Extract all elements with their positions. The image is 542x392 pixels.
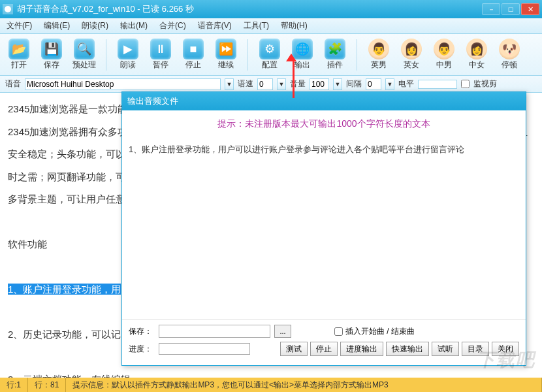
monitor-label: 监视剪 [473,78,497,90]
status-row: 行:1 [0,378,28,392]
svg-point-1 [5,6,11,12]
dropdown-icon[interactable]: ▼ [225,78,234,90]
menubar: 文件(F) 编辑(E) 朗读(R) 输出(M) 合并(C) 语音库(V) 工具(… [0,18,542,34]
face-icon: 👨 [434,39,454,59]
dropdown-icon[interactable]: ▼ [385,78,394,90]
menu-read[interactable]: 朗读(R) [82,20,108,31]
status-message: 提示信息：默认以插件方式静默输出MP3，您也可以通过<输出>菜单选择内部方式输出… [66,378,542,392]
statusbar: 行:1 行：81 提示信息：默认以插件方式静默输出MP3，您也可以通过<输出>菜… [0,378,542,392]
menu-output[interactable]: 输出(M) [120,20,148,31]
voice-cn-female-button[interactable]: 👩中女 [463,39,490,71]
dialog-title: 输出音频文件 [122,92,526,110]
dialog-footer: 保存： ... 插入开始曲 / 结束曲 进度： 测试 停止 进度输出 快速输出 … [122,319,526,365]
plugin-icon: 🧩 [325,39,345,59]
directory-button[interactable]: 目录 [462,342,489,356]
plugin-button[interactable]: 🧩插件 [321,39,349,71]
gap-input[interactable] [366,78,381,90]
separator [357,39,357,71]
stop-button[interactable]: ■停止 [180,39,207,71]
close-button[interactable]: ✕ [521,3,539,15]
minimize-button[interactable]: － [482,3,500,15]
window-title: 胡子语音合成_v7.02_for_win10 - 已读 6.266 秒 [17,3,194,15]
insert-song-label: 插入开始曲 / 结束曲 [345,326,415,337]
face-icon: 👨 [368,39,389,59]
search-icon: 🔍 [74,39,95,59]
preview-button[interactable]: 试听 [432,342,459,356]
maximize-button[interactable]: □ [502,3,520,15]
gap-label: 间隔 [346,78,362,90]
menu-merge[interactable]: 合并(C) [159,20,186,31]
speed-input[interactable] [257,78,273,90]
dialog-body[interactable]: 1、账户注册登录功能，用户可以进行账户登录参与评论进入各个贴吧等平台进行留言评论 [122,138,526,319]
config-button[interactable]: ⚙配置 [256,39,283,71]
insert-song-checkbox[interactable] [334,327,343,336]
pause-voice-button[interactable]: 🐶停顿 [496,39,523,71]
continue-button[interactable]: ⏩继续 [212,39,240,71]
voice-en-female-button[interactable]: 👩英女 [398,39,425,71]
volume-input[interactable] [310,78,329,90]
pause-button[interactable]: ⏸暂停 [147,39,174,71]
dialog-stop-button[interactable]: 停止 [310,342,338,356]
options-bar: 语音 ▼ 语速 ▼ 音量 ▼ 间隔 ▼ 电平 监视剪 [0,76,542,93]
browse-button[interactable]: ... [274,325,291,338]
voice-label: 语音 [5,78,21,90]
menu-help[interactable]: 帮助(H) [281,20,308,31]
forward-icon: ⏩ [215,39,236,59]
read-button[interactable]: ▶朗读 [114,39,142,71]
menu-file[interactable]: 文件(F) [7,20,32,31]
play-icon: ▶ [118,39,138,59]
output-audio-dialog: 输出音频文件 提示：未注册版本最大可输出1000个字符长度的文本 1、账户注册登… [121,91,526,366]
output-button[interactable]: 🌐输出 [289,39,316,71]
toolbar: 📂打开 💾保存 🔍预处理 ▶朗读 ⏸暂停 ■停止 ⏩继续 ⚙配置 🌐输出 🧩插件… [0,34,542,76]
gear-icon: ⚙ [259,39,280,59]
progress-bar [159,343,250,355]
test-button[interactable]: 测试 [280,342,308,356]
save-icon: 💾 [41,39,62,59]
menu-voicelib[interactable]: 语音库(V) [198,20,232,31]
app-icon [3,4,13,14]
dropdown-icon[interactable]: ▼ [277,78,286,90]
monitor-checkbox[interactable] [461,80,470,88]
export-icon: 🌐 [292,39,313,59]
menu-edit[interactable]: 编辑(E) [44,20,70,31]
progress-label: 进度： [129,344,155,355]
save-path-input[interactable] [159,325,270,338]
highlighted-line: 1、账户注册登录功能，用 [8,284,121,295]
pause-face-icon: 🐶 [499,39,520,59]
face-icon: 👩 [401,39,422,59]
dropdown-icon[interactable]: ▼ [333,78,342,90]
stop-icon: ■ [183,39,204,59]
separator [106,39,106,71]
preprocess-button[interactable]: 🔍预处理 [71,39,98,71]
speed-label: 语速 [238,78,253,90]
folder-open-icon: 📂 [8,39,29,59]
dialog-close-button[interactable]: 关闭 [492,342,519,356]
fast-output-button[interactable]: 快速输出 [386,342,429,356]
titlebar: 胡子语音合成_v7.02_for_win10 - 已读 6.266 秒 － □ … [0,0,542,18]
dialog-hint: 提示：未注册版本最大可输出1000个字符长度的文本 [122,110,526,138]
save-label: 保存： [129,326,155,337]
status-row2: 行：81 [28,378,66,392]
save-button[interactable]: 💾保存 [38,39,65,71]
face-icon: 👩 [466,39,487,59]
menu-tools[interactable]: 工具(T) [244,20,269,31]
voice-select[interactable] [25,78,221,90]
open-button[interactable]: 📂打开 [5,39,33,71]
voice-en-male-button[interactable]: 👨英男 [365,39,392,71]
progress-output-button[interactable]: 进度输出 [340,342,383,356]
pitch-label: 电平 [398,78,414,90]
pitch-meter [418,80,457,89]
pause-icon: ⏸ [150,39,171,59]
separator [247,39,248,71]
volume-label: 音量 [290,78,306,90]
voice-cn-male-button[interactable]: 👨中男 [430,39,458,71]
